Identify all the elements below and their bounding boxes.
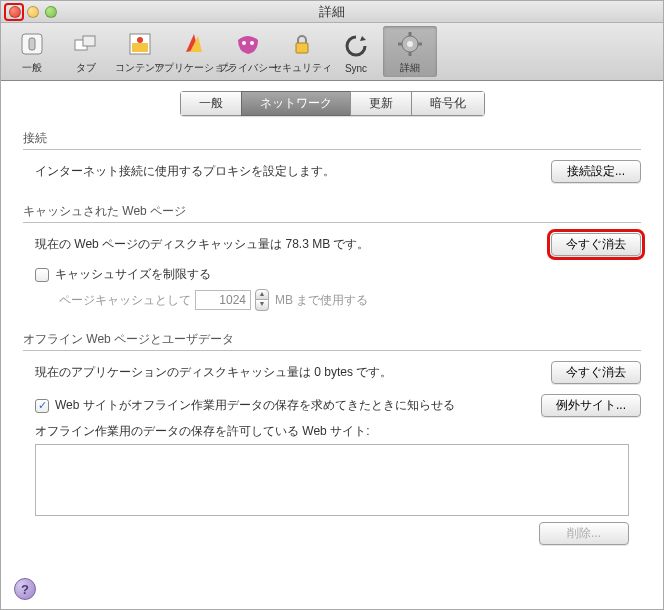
limit-cache-checkbox[interactable] — [35, 268, 49, 282]
page-cache-suffix: MB まで使用する — [275, 292, 368, 309]
exceptions-button[interactable]: 例外サイト... — [541, 394, 641, 417]
page-cache-stepper[interactable]: ▲ ▼ — [255, 289, 269, 311]
offline-header: オフライン Web ページとユーザデータ — [23, 325, 641, 350]
toolbar-sync[interactable]: Sync — [329, 28, 383, 76]
page-cache-field[interactable] — [195, 290, 251, 310]
connection-settings-button[interactable]: 接続設定... — [551, 160, 641, 183]
toolbar-label: 詳細 — [400, 61, 420, 75]
allowed-sites-listbox[interactable] — [35, 444, 629, 516]
svg-rect-1 — [29, 38, 35, 50]
limit-cache-label: キャッシュサイズを制限する — [55, 266, 211, 283]
delete-site-button[interactable]: 削除... — [539, 522, 629, 545]
divider — [23, 149, 641, 150]
toolbar-applications[interactable]: アプリケーション — [167, 26, 221, 77]
subtab-encryption[interactable]: 暗号化 — [411, 91, 485, 116]
svg-point-11 — [407, 41, 413, 47]
toolbar-tabs[interactable]: タブ — [59, 26, 113, 77]
mask-icon — [232, 28, 264, 60]
cache-size-text: 現在の Web ページのディスクキャッシュ量は 78.3 MB です。 — [23, 236, 551, 253]
svg-point-7 — [242, 41, 246, 45]
toolbar-advanced[interactable]: 詳細 — [383, 26, 437, 77]
apps-icon — [178, 28, 210, 60]
toolbar-label: セキュリティ — [272, 61, 332, 75]
toolbar-privacy[interactable]: プライバシー — [221, 26, 275, 77]
gear-icon — [394, 28, 426, 60]
window-title: 詳細 — [1, 3, 663, 21]
toolbar-label: プライバシー — [218, 61, 278, 75]
titlebar: 詳細 — [1, 1, 663, 23]
offline-size-text: 現在のアプリケーションのディスクキャッシュ量は 0 bytes です。 — [23, 364, 551, 381]
page-cache-label: ページキャッシュとして — [59, 292, 191, 309]
notify-offline-label: Web サイトがオフライン作業用データの保存を求めてきたときに知らせる — [55, 397, 455, 414]
notify-offline-checkbox[interactable]: ✓ — [35, 399, 49, 413]
svg-point-8 — [250, 41, 254, 45]
preferences-toolbar: 一般 タブ コンテンツ アプリケーション プライバシー セキュリティ Sync … — [1, 23, 663, 81]
allowed-sites-label: オフライン作業用のデータの保存を許可している Web サイト: — [35, 424, 369, 438]
subtab-network[interactable]: ネットワーク — [241, 91, 350, 116]
toolbar-security[interactable]: セキュリティ — [275, 26, 329, 77]
connection-text: インターネット接続に使用するプロキシを設定します。 — [23, 163, 551, 180]
cache-header: キャッシュされた Web ページ — [23, 197, 641, 222]
divider — [23, 350, 641, 351]
cache-clear-button[interactable]: 今すぐ消去 — [551, 233, 641, 256]
toolbar-label: 一般 — [22, 61, 42, 75]
help-button[interactable]: ? — [14, 578, 36, 600]
tabs-icon — [70, 28, 102, 60]
svg-rect-3 — [83, 36, 95, 46]
svg-point-6 — [137, 37, 143, 43]
toolbar-label: タブ — [76, 61, 96, 75]
svg-rect-9 — [296, 43, 308, 53]
switch-icon — [16, 28, 48, 60]
toolbar-general[interactable]: 一般 — [5, 26, 59, 77]
offline-clear-button[interactable]: 今すぐ消去 — [551, 361, 641, 384]
stepper-up-icon[interactable]: ▲ — [255, 289, 269, 300]
content-panel: 接続 インターネット接続に使用するプロキシを設定します。 接続設定... キャッ… — [1, 124, 663, 555]
connection-header: 接続 — [23, 124, 641, 149]
sync-icon — [340, 30, 372, 62]
lock-icon — [286, 28, 318, 60]
toolbar-label: Sync — [345, 63, 367, 74]
stepper-down-icon[interactable]: ▼ — [255, 300, 269, 311]
content-icon — [124, 28, 156, 60]
divider — [23, 222, 641, 223]
svg-rect-5 — [132, 43, 148, 52]
subtab-general[interactable]: 一般 — [180, 91, 241, 116]
subtabs: 一般 ネットワーク 更新 暗号化 — [1, 81, 663, 124]
subtab-update[interactable]: 更新 — [350, 91, 411, 116]
